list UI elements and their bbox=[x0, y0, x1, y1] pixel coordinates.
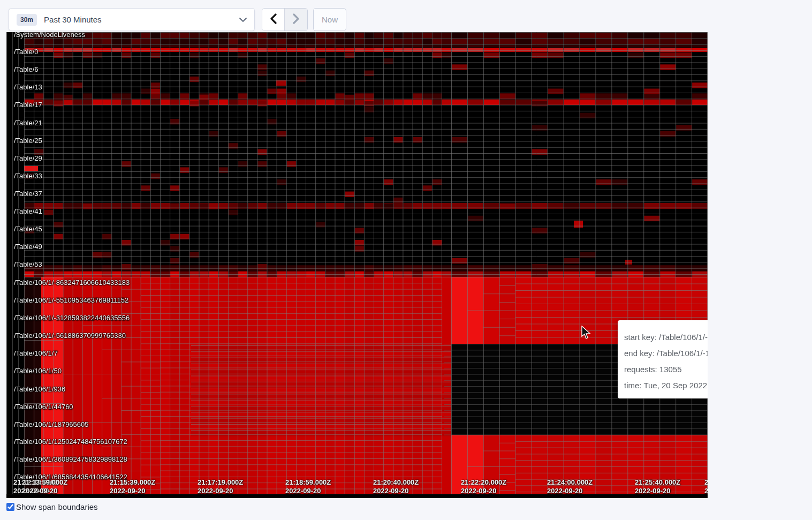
tooltip-start-key: start key: /Table/106/1/-247433150824388… bbox=[624, 333, 708, 342]
tooltip-time: time: Tue, 20 Sep 2022 21:24:40 GMT bbox=[624, 381, 708, 390]
time-nav-group bbox=[262, 8, 308, 31]
chevron-right-icon bbox=[293, 13, 300, 26]
show-span-boundaries-label: Show span boundaries bbox=[16, 502, 98, 511]
chevron-left-icon bbox=[270, 13, 277, 26]
show-span-boundaries-checkbox[interactable] bbox=[6, 503, 14, 511]
time-range-badge: 30m bbox=[17, 14, 37, 26]
time-range-label: Past 30 Minutes bbox=[44, 15, 102, 24]
tooltip-end-key: end key: /Table/106/1/-18683814745282642… bbox=[624, 349, 708, 358]
key-visualizer-heatmap[interactable]: /System/NodeLiveness/Table/0/Table/6/Tab… bbox=[6, 32, 708, 498]
now-button[interactable]: Now bbox=[313, 8, 346, 31]
toolbar: 30m Past 30 Minutes Now bbox=[0, 0, 812, 32]
tooltip-requests: requests: 13055 bbox=[624, 365, 708, 374]
back-button[interactable] bbox=[262, 9, 285, 31]
chevron-down-icon bbox=[239, 15, 247, 25]
time-range-select[interactable]: 30m Past 30 Minutes bbox=[9, 8, 255, 31]
footer: Show span boundaries bbox=[6, 502, 98, 511]
forward-button[interactable] bbox=[285, 9, 307, 31]
cell-tooltip: start key: /Table/106/1/-247433150824388… bbox=[618, 320, 708, 398]
heatmap-canvas[interactable] bbox=[6, 32, 708, 498]
